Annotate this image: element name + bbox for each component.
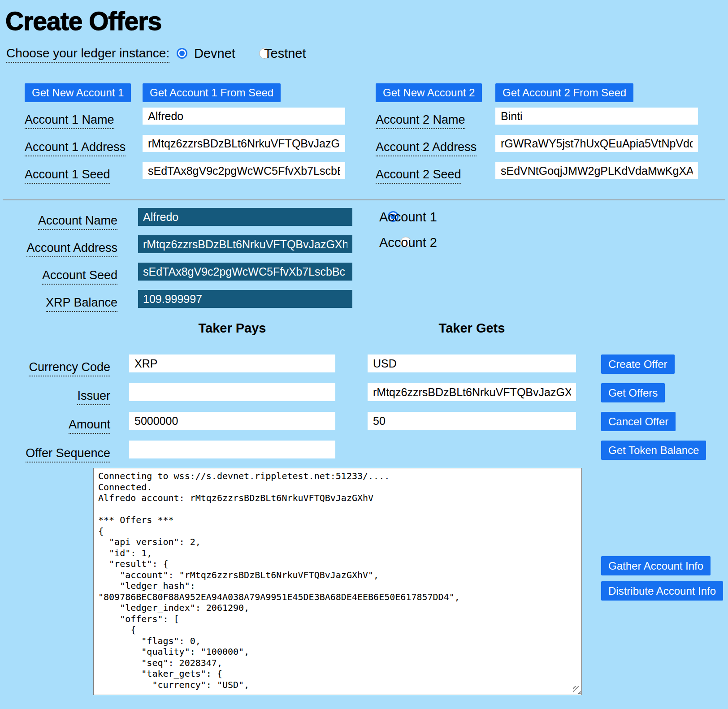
account-name-field[interactable] bbox=[138, 208, 352, 226]
devnet-radio[interactable] bbox=[177, 48, 187, 59]
console-output[interactable]: Connecting to wss://s.devnet.rippletest.… bbox=[93, 468, 582, 695]
account2-address-label: Account 2 Address bbox=[376, 140, 477, 156]
amount-label: Amount bbox=[69, 418, 110, 434]
get-new-account2-button[interactable]: Get New Account 2 bbox=[376, 83, 482, 102]
distribute-account-info-button[interactable]: Distribute Account Info bbox=[601, 581, 723, 601]
taker-pays-currency-input[interactable] bbox=[129, 354, 335, 372]
page-title: Create Offers bbox=[5, 6, 161, 36]
ledger-instance-row: Choose your ledger instance: bbox=[6, 46, 169, 63]
taker-gets-currency-input[interactable] bbox=[368, 354, 576, 372]
cancel-offer-button[interactable]: Cancel Offer bbox=[601, 412, 676, 431]
account1-name-input[interactable] bbox=[143, 108, 345, 125]
account2-radio-label[interactable]: Account 2 bbox=[379, 235, 437, 250]
issuer-label: Issuer bbox=[77, 389, 110, 405]
get-token-balance-button[interactable]: Get Token Balance bbox=[601, 441, 706, 460]
ledger-instance-label: Choose your ledger instance: bbox=[6, 46, 169, 63]
account-name-label: Account Name bbox=[38, 214, 117, 230]
account2-address-input[interactable] bbox=[495, 135, 698, 152]
taker-gets-issuer-input[interactable] bbox=[368, 383, 576, 401]
create-offers-page: Create Offers Choose your ledger instanc… bbox=[0, 0, 728, 709]
gather-account-info-button[interactable]: Gather Account Info bbox=[601, 556, 711, 575]
create-offer-button[interactable]: Create Offer bbox=[601, 354, 675, 374]
testnet-label[interactable]: Testnet bbox=[264, 46, 306, 61]
account2-name-label: Account 2 Name bbox=[376, 113, 465, 129]
account2-seed-label: Account 2 Seed bbox=[376, 168, 461, 184]
account1-seed-label: Account 1 Seed bbox=[25, 168, 110, 184]
account1-address-input[interactable] bbox=[143, 135, 345, 152]
xrp-balance-field[interactable] bbox=[138, 290, 352, 308]
get-offers-button[interactable]: Get Offers bbox=[601, 383, 665, 402]
taker-pays-amount-input[interactable] bbox=[129, 412, 335, 430]
account1-seed-input[interactable] bbox=[143, 162, 345, 179]
taker-pays-issuer-input[interactable] bbox=[129, 383, 335, 401]
account2-name-input[interactable] bbox=[495, 108, 698, 125]
taker-pays-header: Taker Pays bbox=[129, 321, 335, 336]
account1-name-label: Account 1 Name bbox=[25, 113, 114, 129]
account1-address-label: Account 1 Address bbox=[25, 140, 126, 156]
devnet-label[interactable]: Devnet bbox=[194, 46, 235, 61]
get-account2-from-seed-button[interactable]: Get Account 2 From Seed bbox=[495, 83, 633, 102]
get-new-account1-button[interactable]: Get New Account 1 bbox=[25, 83, 131, 102]
account2-seed-input[interactable] bbox=[495, 162, 698, 179]
offer-sequence-label: Offer Sequence bbox=[26, 446, 110, 463]
account1-radio-label[interactable]: Account 1 bbox=[379, 210, 437, 225]
taker-gets-header: Taker Gets bbox=[368, 321, 576, 336]
get-account1-from-seed-button[interactable]: Get Account 1 From Seed bbox=[143, 83, 281, 102]
currency-code-label: Currency Code bbox=[29, 360, 110, 376]
account-address-field[interactable] bbox=[138, 235, 352, 253]
taker-gets-amount-input[interactable] bbox=[368, 412, 576, 430]
offer-sequence-input[interactable] bbox=[129, 441, 335, 458]
section-divider bbox=[3, 199, 725, 200]
account-seed-field[interactable] bbox=[138, 263, 352, 281]
account-seed-label: Account Seed bbox=[42, 268, 117, 285]
account-address-label: Account Address bbox=[26, 241, 117, 257]
xrp-balance-label: XRP Balance bbox=[46, 296, 117, 312]
